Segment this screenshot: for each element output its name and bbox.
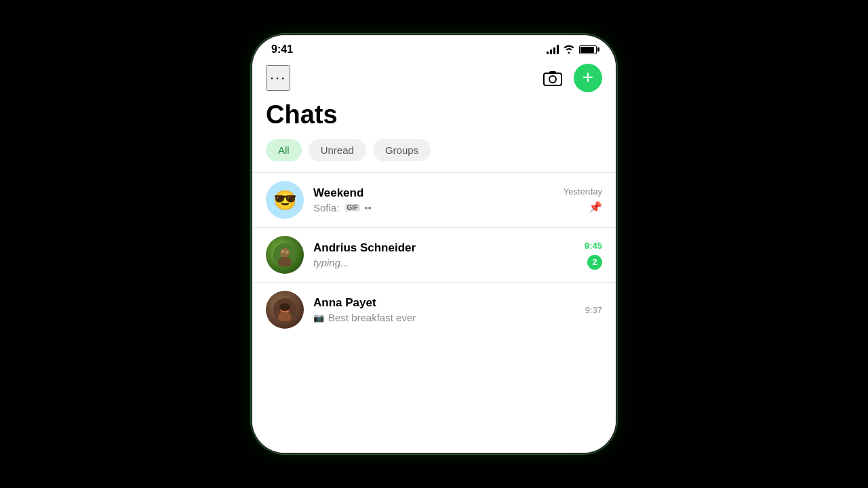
header-actions: + [540,64,602,92]
tab-unread[interactable]: Unread [309,139,366,161]
camera-preview-icon: 📷 [313,312,324,323]
chat-time-andrius: 9:45 [585,241,602,251]
svg-point-10 [279,303,290,311]
svg-point-7 [285,251,289,254]
status-icons [547,44,597,56]
status-time: 9:41 [271,43,293,56]
anna-preview-text: Best breakfast ever [328,312,416,323]
chat-info-weekend: Weekend Sofia: GIF •• [313,186,554,214]
chat-name-andrius: Andrius Schneider [313,241,575,255]
chat-list: 😎 Weekend Sofia: GIF •• Yesterday 📌 [252,172,616,453]
chat-item-weekend[interactable]: 😎 Weekend Sofia: GIF •• Yesterday 📌 [252,172,616,227]
chat-info-anna: Anna Payet 📷 Best breakfast ever [313,296,576,323]
preview-dots: •• [364,202,372,214]
tab-groups[interactable]: Groups [373,139,431,161]
page-title: Chats [252,98,616,139]
plus-icon: + [583,68,593,87]
filter-tabs: All Unread Groups [252,139,616,172]
chat-preview-anna: 📷 Best breakfast ever [313,312,576,323]
chat-item-andrius[interactable]: Andrius Schneider typing... 9:45 2 [252,227,616,282]
camera-icon [543,70,562,86]
app-header: ··· + [252,61,616,98]
svg-rect-0 [544,73,561,85]
chat-item-anna[interactable]: Anna Payet 📷 Best breakfast ever 9:37 [252,282,616,337]
avatar-weekend: 😎 [266,181,304,219]
chat-meta-weekend: Yesterday 📌 [564,186,602,214]
svg-rect-2 [549,71,556,74]
battery-icon [579,45,597,54]
chat-preview-andrius: typing... [313,257,575,268]
unread-badge-andrius: 2 [587,255,602,270]
more-button[interactable]: ··· [266,65,290,91]
signal-icon [547,45,559,54]
unread-count-andrius: 2 [592,257,597,267]
andrius-avatar-svg [273,243,296,266]
gif-badge: GIF [345,204,361,211]
chat-time-weekend: Yesterday [564,186,602,197]
chat-info-andrius: Andrius Schneider typing... [313,241,575,268]
svg-point-6 [281,250,284,253]
pin-icon: 📌 [589,201,602,214]
wifi-icon [563,44,575,56]
weekend-emoji: 😎 [273,189,297,211]
svg-point-1 [549,76,556,83]
preview-sender: Sofia: [313,202,342,214]
chat-preview-weekend: Sofia: GIF •• [313,202,554,214]
avatar-andrius [266,236,304,274]
avatar-anna [266,291,304,329]
chat-meta-andrius: 9:45 2 [585,241,602,270]
chat-time-anna: 9:37 [585,305,602,315]
camera-button[interactable] [540,65,566,91]
anna-avatar-svg [273,298,296,321]
chat-meta-anna: 9:37 [585,305,602,315]
tab-all[interactable]: All [266,139,302,161]
phone-frame: 9:41 ··· [251,34,617,454]
new-chat-button[interactable]: + [574,64,602,92]
status-bar: 9:41 [252,35,616,61]
chat-name-weekend: Weekend [313,186,554,200]
chat-name-anna: Anna Payet [313,296,576,310]
